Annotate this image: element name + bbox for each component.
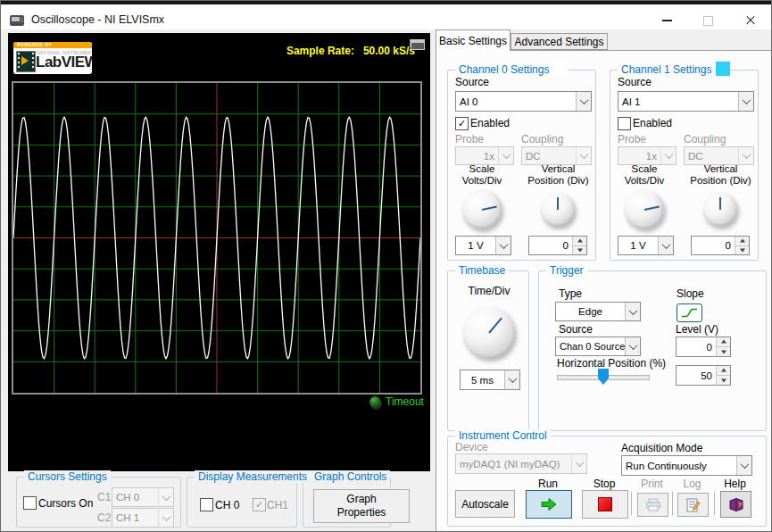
horizontal-position-slider[interactable] [557,375,650,380]
svg-text:?: ? [738,501,743,509]
channel0-position-knob[interactable] [541,193,575,227]
channel1-title: Channel 1 Settings [618,63,715,76]
trigger-source-select[interactable]: Chan 0 Source [555,337,641,356]
run-button[interactable] [526,490,572,519]
channel1-scale-select[interactable]: 1 V [618,236,674,255]
timebase-knob[interactable] [463,307,515,359]
chevron-down-icon [664,150,673,159]
popout-window-button[interactable] [408,37,428,52]
trigger-type-select[interactable]: Edge [555,302,641,321]
trigger-source-label: Source [559,323,593,336]
channel1-coupling-select: DC [684,146,754,165]
oscilloscope-window: Oscilloscope - NI ELVISmx POWERED BY NAT… [0,0,772,532]
print-label: Print [637,478,667,490]
chevron-down-icon [162,492,170,501]
spin-down-icon[interactable] [735,245,749,255]
channel1-source-label: Source [618,76,652,88]
popout-icon-front [411,39,425,50]
powered-by-label: POWERED BY [13,42,92,48]
channel1-probe-label: Probe [618,133,646,145]
spin-down-icon[interactable] [717,375,730,385]
acquisition-mode-select[interactable]: Run Continuously [621,455,752,476]
autoscale-button[interactable]: Autoscale [455,490,515,518]
channel0-position-spinner[interactable]: 0 [528,236,587,255]
spin-up-icon[interactable] [717,366,730,375]
spin-up-icon[interactable] [717,337,730,346]
horizontal-position-thumb[interactable] [598,369,609,385]
tab-advanced-label: Advanced Settings [514,36,603,48]
c2-select: CH 1 [112,508,174,528]
run-label: Run [526,478,570,490]
acquisition-mode-dropdown-button[interactable] [736,456,751,475]
log-button[interactable] [677,493,709,517]
trigger-slope-button[interactable] [677,303,702,322]
chevron-down-icon [628,306,637,315]
channel1-scale-knob[interactable] [625,190,664,229]
channel0-source-select[interactable]: AI 0 [455,91,592,112]
timebase-select[interactable]: 5 ms [460,370,520,390]
help-button[interactable]: ? [720,491,751,518]
cursors-on-checkbox[interactable] [23,496,37,510]
timebase-label: Time/Div [448,286,530,297]
instrument-control-group: Instrument Control Device myDAQ1 (NI myD… [447,436,767,527]
stop-square-icon [598,497,612,511]
channel1-source-dropdown-button[interactable] [738,92,753,111]
channel1-scale-dropdown-button[interactable] [658,237,673,254]
channel0-scale-dropdown-button[interactable] [495,237,511,254]
measure-ch0-checkbox[interactable] [200,498,213,511]
chevron-down-icon [162,512,170,521]
channel1-position-value: 0 [692,237,735,254]
rising-edge-icon [680,307,699,319]
chevron-down-icon [742,96,751,104]
trigger-type-value: Edge [556,303,625,320]
spin-down-icon[interactable] [573,245,586,255]
tab-advanced-settings[interactable]: Advanced Settings [511,33,608,50]
spin-up-icon[interactable] [573,237,586,245]
trigger-type-dropdown-button[interactable] [625,303,640,320]
channel0-enabled-checkbox[interactable]: ✓ [455,117,469,130]
channel1-position-spinner[interactable]: 0 [691,236,750,255]
channel1-probe-dropdown-button [660,147,676,164]
chevron-down-icon [742,150,751,159]
chevron-down-icon [661,240,670,249]
c2-label: C2 [97,511,111,524]
channel1-probe-select: 1x [618,146,677,165]
tab-basic-settings[interactable]: Basic Settings [436,29,511,51]
channel1-enabled-checkbox[interactable] [618,117,631,130]
knob-needle [488,318,502,334]
channel0-enabled-label: Enabled [470,117,510,129]
scope-display-panel: POWERED BY NATIONAL INSTRUMENTS LabVIEW … [8,33,430,471]
minimize-button[interactable] [646,8,687,33]
trigger-source-dropdown-button[interactable] [625,337,640,355]
title-bar: Oscilloscope - NI ELVISmx [1,4,772,29]
horizontal-position-value: 50 [677,366,716,385]
trigger-group: Trigger Type Edge Slope Source Chan 0 So… [538,270,767,431]
graph-controls-group: Graph Controls Graph Properties [303,477,391,528]
spin-down-icon[interactable] [717,346,730,356]
timebase-dropdown-button[interactable] [504,370,519,389]
stop-label: Stop [582,478,627,490]
channel0-coupling-value: DC [522,147,576,164]
chevron-down-icon [579,96,588,104]
horizontal-position-spinner[interactable]: 50 [676,365,731,386]
check-icon: ✓ [255,500,263,510]
close-button[interactable] [728,8,772,33]
measure-ch0-label: CH 0 [215,499,239,511]
spin-up-icon[interactable] [735,237,749,245]
chevron-down-icon [508,374,517,383]
c1-dropdown-button [158,488,173,506]
channel0-scale-knob[interactable] [462,190,502,229]
stop-button[interactable] [582,490,628,519]
labview-icon [16,51,36,72]
trigger-level-spinner[interactable]: 0 [676,337,731,357]
print-button [637,493,668,517]
channel0-source-dropdown-button[interactable] [576,92,591,111]
timeout-label: Timeout [386,395,424,408]
channel1-position-knob[interactable] [703,193,737,227]
graph-properties-button[interactable]: Graph Properties [313,489,410,523]
channel0-scale-select[interactable]: 1 V [455,236,511,255]
channel1-source-select[interactable]: AI 1 [618,91,754,112]
help-label: Help [720,478,750,490]
device-label: Device [455,441,488,453]
trigger-type-label: Type [559,287,582,300]
